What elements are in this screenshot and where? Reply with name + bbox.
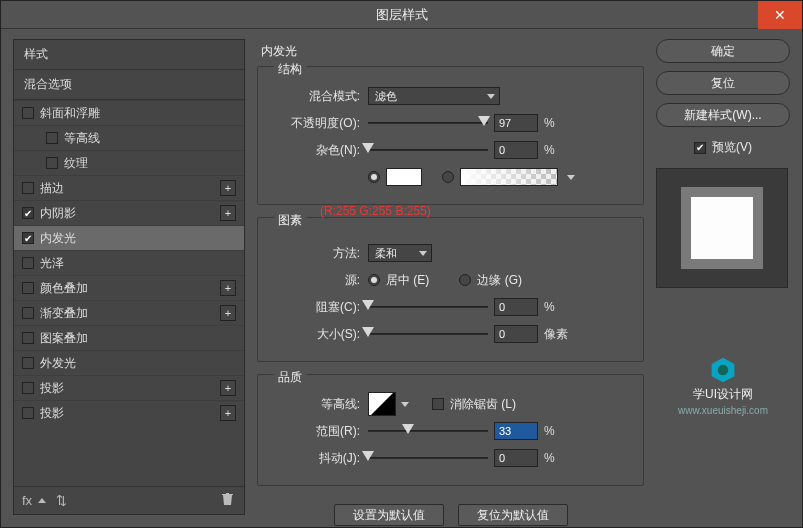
jitter-slider[interactable] bbox=[368, 451, 488, 465]
sidebar-item-label: 斜面和浮雕 bbox=[40, 105, 100, 122]
sidebar-item-4[interactable]: 内阴影+ bbox=[14, 200, 244, 225]
sidebar-item-1[interactable]: 等高线 bbox=[14, 125, 244, 150]
range-row: 范围(R): 33 % bbox=[270, 419, 631, 443]
noise-input[interactable]: 0 bbox=[494, 141, 538, 159]
reset-button[interactable]: 复位 bbox=[656, 71, 790, 95]
contour-row: 等高线: 消除锯齿 (L) bbox=[270, 392, 631, 416]
sidebar-item-checkbox[interactable] bbox=[22, 332, 34, 344]
contour-dropdown-icon[interactable] bbox=[398, 402, 412, 407]
styles-sidebar: 样式 混合选项 斜面和浮雕等高线纹理描边+内阴影+内发光光泽颜色叠加+渐变叠加+… bbox=[13, 39, 245, 515]
sidebar-item-0[interactable]: 斜面和浮雕 bbox=[14, 100, 244, 125]
jitter-input[interactable]: 0 bbox=[494, 449, 538, 467]
add-effect-icon[interactable]: + bbox=[220, 280, 236, 296]
sidebar-item-checkbox[interactable] bbox=[22, 357, 34, 369]
sidebar-item-6[interactable]: 光泽 bbox=[14, 250, 244, 275]
preview-checkbox[interactable] bbox=[694, 142, 706, 154]
opacity-label: 不透明度(O): bbox=[270, 115, 362, 132]
sidebar-item-checkbox[interactable] bbox=[22, 282, 34, 294]
add-effect-icon[interactable]: + bbox=[220, 180, 236, 196]
choke-unit: % bbox=[544, 300, 570, 314]
size-input[interactable]: 0 bbox=[494, 325, 538, 343]
preview-toggle[interactable]: 预览(V) bbox=[656, 139, 790, 156]
gradient-dropdown-icon[interactable] bbox=[564, 175, 578, 180]
gradient-swatch[interactable] bbox=[460, 168, 558, 186]
opacity-input[interactable]: 97 bbox=[494, 114, 538, 132]
sidebar-item-label: 颜色叠加 bbox=[40, 280, 88, 297]
choke-slider[interactable] bbox=[368, 300, 488, 314]
choke-input[interactable]: 0 bbox=[494, 298, 538, 316]
color-solid-radio[interactable] bbox=[368, 171, 380, 183]
sidebar-item-checkbox[interactable] bbox=[22, 257, 34, 269]
sidebar-item-label: 纹理 bbox=[64, 155, 88, 172]
size-slider[interactable] bbox=[368, 327, 488, 341]
color-annotation: (R:255 G:255 B:255) bbox=[320, 204, 431, 218]
trash-icon[interactable] bbox=[221, 492, 234, 509]
new-style-button[interactable]: 新建样式(W)... bbox=[656, 103, 790, 127]
sidebar-item-checkbox[interactable] bbox=[22, 207, 34, 219]
sidebar-item-12[interactable]: 投影+ bbox=[14, 400, 244, 425]
sidebar-item-7[interactable]: 颜色叠加+ bbox=[14, 275, 244, 300]
opacity-unit: % bbox=[544, 116, 570, 130]
sidebar-item-checkbox[interactable] bbox=[22, 182, 34, 194]
sidebar-item-11[interactable]: 投影+ bbox=[14, 375, 244, 400]
panel-heading: 内发光 bbox=[257, 39, 644, 62]
fx-icon[interactable]: fx bbox=[22, 493, 32, 508]
add-effect-icon[interactable]: + bbox=[220, 205, 236, 221]
sidebar-head-styles[interactable]: 样式 bbox=[14, 40, 244, 70]
sidebar-item-label: 内发光 bbox=[40, 230, 76, 247]
source-center-radio[interactable] bbox=[368, 274, 380, 286]
blend-mode-select[interactable]: 滤色 bbox=[368, 87, 500, 105]
reorder-icon[interactable]: ⇅ bbox=[56, 493, 67, 508]
close-button[interactable]: ✕ bbox=[758, 1, 802, 29]
method-label: 方法: bbox=[270, 245, 362, 262]
add-effect-icon[interactable]: + bbox=[220, 380, 236, 396]
ok-button[interactable]: 确定 bbox=[656, 39, 790, 63]
range-unit: % bbox=[544, 424, 570, 438]
method-select[interactable]: 柔和 bbox=[368, 244, 432, 262]
sidebar-item-9[interactable]: 图案叠加 bbox=[14, 325, 244, 350]
set-default-button[interactable]: 设置为默认值 bbox=[334, 504, 444, 526]
sidebar-item-checkbox[interactable] bbox=[22, 407, 34, 419]
sidebar-footer: fx ⇅ bbox=[14, 486, 244, 514]
sidebar-item-5[interactable]: 内发光 bbox=[14, 225, 244, 250]
logo-url: www.xueuisheji.com bbox=[678, 405, 768, 416]
sidebar-item-10[interactable]: 外发光 bbox=[14, 350, 244, 375]
sidebar-item-3[interactable]: 描边+ bbox=[14, 175, 244, 200]
window-title: 图层样式 bbox=[376, 6, 428, 24]
add-effect-icon[interactable]: + bbox=[220, 405, 236, 421]
source-center-label: 居中 (E) bbox=[386, 272, 429, 289]
range-slider[interactable] bbox=[368, 424, 488, 438]
sidebar-item-checkbox[interactable] bbox=[22, 232, 34, 244]
range-label: 范围(R): bbox=[270, 423, 362, 440]
add-effect-icon[interactable]: + bbox=[220, 305, 236, 321]
size-label: 大小(S): bbox=[270, 326, 362, 343]
sidebar-head-blendopts[interactable]: 混合选项 bbox=[14, 70, 244, 100]
default-buttons-row: 设置为默认值 复位为默认值 bbox=[257, 498, 644, 526]
opacity-slider[interactable] bbox=[368, 116, 488, 130]
color-gradient-radio[interactable] bbox=[442, 171, 454, 183]
fx-menu-caret-icon[interactable] bbox=[38, 498, 46, 503]
sidebar-item-checkbox[interactable] bbox=[46, 157, 58, 169]
sidebar-item-checkbox[interactable] bbox=[22, 307, 34, 319]
sidebar-item-checkbox[interactable] bbox=[22, 107, 34, 119]
source-row: 源: 居中 (E) 边缘 (G) bbox=[270, 268, 631, 292]
sidebar-item-label: 渐变叠加 bbox=[40, 305, 88, 322]
sidebar-item-2[interactable]: 纹理 bbox=[14, 150, 244, 175]
sidebar-item-checkbox[interactable] bbox=[22, 382, 34, 394]
sidebar-item-checkbox[interactable] bbox=[46, 132, 58, 144]
noise-slider[interactable] bbox=[368, 143, 488, 157]
sidebar-item-label: 外发光 bbox=[40, 355, 76, 372]
sidebar-item-label: 描边 bbox=[40, 180, 64, 197]
reset-default-button[interactable]: 复位为默认值 bbox=[458, 504, 568, 526]
sidebar-list: 斜面和浮雕等高线纹理描边+内阴影+内发光光泽颜色叠加+渐变叠加+图案叠加外发光投… bbox=[14, 100, 244, 486]
source-edge-radio[interactable] bbox=[459, 274, 471, 286]
preview-box bbox=[656, 168, 788, 288]
range-input[interactable]: 33 bbox=[494, 422, 538, 440]
color-swatch[interactable] bbox=[386, 168, 422, 186]
antialias-checkbox[interactable] bbox=[432, 398, 444, 410]
content-area: 样式 混合选项 斜面和浮雕等高线纹理描边+内阴影+内发光光泽颜色叠加+渐变叠加+… bbox=[1, 29, 802, 527]
sidebar-item-8[interactable]: 渐变叠加+ bbox=[14, 300, 244, 325]
blend-mode-row: 混合模式: 滤色 bbox=[270, 84, 631, 108]
contour-picker[interactable] bbox=[368, 392, 412, 416]
svg-point-1 bbox=[718, 365, 729, 376]
